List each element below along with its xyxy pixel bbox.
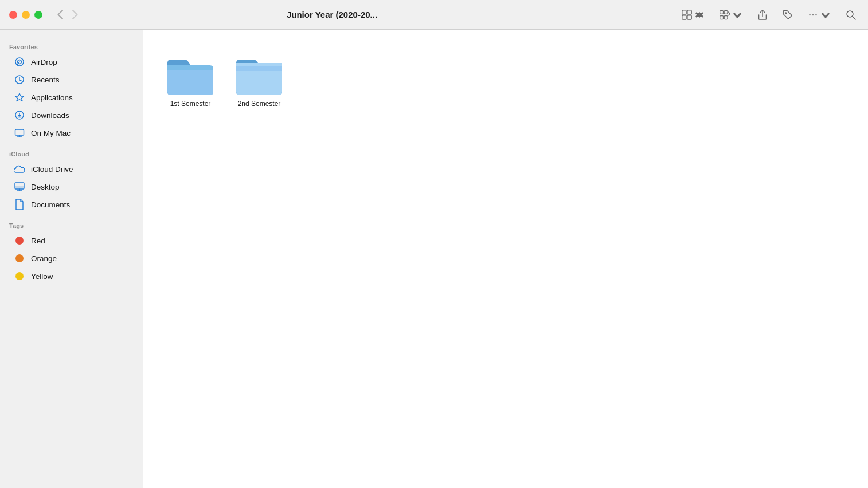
tag-button[interactable] bbox=[780, 8, 796, 22]
share-button[interactable] bbox=[754, 8, 771, 22]
sidebar-item-desktop[interactable]: Desktop bbox=[5, 178, 138, 195]
red-tag-icon bbox=[14, 235, 25, 246]
title-bar: Junior Year (2020-20... bbox=[0, 0, 868, 30]
svg-rect-5 bbox=[724, 10, 728, 14]
sidebar-item-on-my-mac[interactable]: On My Mac bbox=[5, 124, 138, 141]
desktop-label: Desktop bbox=[31, 183, 60, 191]
folder-icon-2nd-semester bbox=[234, 53, 284, 96]
sidebar-item-tag-yellow[interactable]: Yellow bbox=[5, 267, 138, 285]
documents-icon bbox=[14, 199, 25, 210]
sidebar-item-downloads[interactable]: Downloads bbox=[5, 107, 138, 124]
content-area: 1st Semester bbox=[143, 30, 868, 488]
svg-rect-19 bbox=[15, 183, 24, 189]
svg-line-13 bbox=[853, 17, 855, 19]
sidebar-item-tag-red[interactable]: Red bbox=[5, 232, 138, 249]
window-title: Junior Year (2020-20... bbox=[0, 10, 679, 19]
svg-rect-0 bbox=[682, 10, 686, 14]
red-tag-label: Red bbox=[31, 237, 45, 245]
svg-rect-3 bbox=[687, 15, 691, 19]
on-my-mac-label: On My Mac bbox=[31, 129, 71, 137]
on-my-mac-icon bbox=[14, 127, 25, 139]
orange-tag-label: Orange bbox=[31, 254, 57, 263]
sidebar-item-applications[interactable]: Applications bbox=[5, 89, 138, 106]
airdrop-icon bbox=[14, 56, 25, 68]
icloud-drive-icon bbox=[14, 163, 25, 175]
sidebar-item-airdrop[interactable]: AirDrop bbox=[5, 53, 138, 70]
main-layout: Favorites AirDrop Recents bbox=[0, 30, 868, 488]
svg-point-8 bbox=[785, 12, 787, 13]
folder-1st-semester[interactable]: 1st Semester bbox=[162, 48, 219, 113]
recents-label: Recents bbox=[31, 76, 60, 84]
applications-icon bbox=[14, 92, 25, 103]
svg-rect-7 bbox=[724, 15, 728, 19]
documents-label: Documents bbox=[31, 200, 70, 209]
svg-rect-2 bbox=[682, 15, 686, 19]
downloads-icon bbox=[14, 109, 25, 121]
svg-point-11 bbox=[815, 14, 817, 15]
downloads-label: Downloads bbox=[31, 111, 69, 120]
icloud-header: iCloud bbox=[0, 146, 143, 160]
sidebar-item-icloud-drive[interactable]: iCloud Drive bbox=[5, 160, 138, 178]
tags-header: Tags bbox=[0, 218, 143, 231]
svg-point-12 bbox=[847, 11, 853, 17]
folder-icon-1st-semester bbox=[165, 53, 216, 96]
sidebar-item-tag-orange[interactable]: Orange bbox=[5, 250, 138, 267]
folder-2nd-semester[interactable]: 2nd Semester bbox=[230, 48, 288, 113]
favorites-header: Favorites bbox=[0, 39, 143, 53]
yellow-tag-icon bbox=[14, 270, 25, 282]
orange-tag-icon bbox=[14, 253, 25, 264]
file-grid: 1st Semester bbox=[162, 48, 850, 113]
svg-rect-1 bbox=[687, 10, 691, 14]
svg-rect-6 bbox=[720, 15, 724, 19]
sidebar-item-documents[interactable]: Documents bbox=[5, 196, 138, 213]
folder-2nd-semester-name: 2nd Semester bbox=[238, 100, 281, 109]
more-button[interactable] bbox=[805, 8, 834, 22]
sidebar-item-recents[interactable]: Recents bbox=[5, 71, 138, 88]
toolbar bbox=[679, 8, 859, 22]
desktop-icon bbox=[14, 181, 25, 192]
svg-rect-18 bbox=[15, 129, 24, 135]
recents-icon bbox=[14, 74, 25, 85]
airdrop-label: AirDrop bbox=[31, 58, 57, 66]
svg-point-9 bbox=[809, 14, 811, 15]
applications-label: Applications bbox=[31, 93, 73, 102]
yellow-tag-label: Yellow bbox=[31, 272, 53, 281]
group-button[interactable] bbox=[717, 8, 745, 22]
sidebar: Favorites AirDrop Recents bbox=[0, 30, 143, 488]
svg-point-10 bbox=[812, 14, 814, 15]
view-toggle-button[interactable] bbox=[679, 8, 707, 22]
icloud-drive-label: iCloud Drive bbox=[31, 165, 73, 174]
svg-rect-4 bbox=[720, 10, 724, 14]
search-button[interactable] bbox=[843, 8, 859, 22]
folder-1st-semester-name: 1st Semester bbox=[170, 100, 211, 109]
